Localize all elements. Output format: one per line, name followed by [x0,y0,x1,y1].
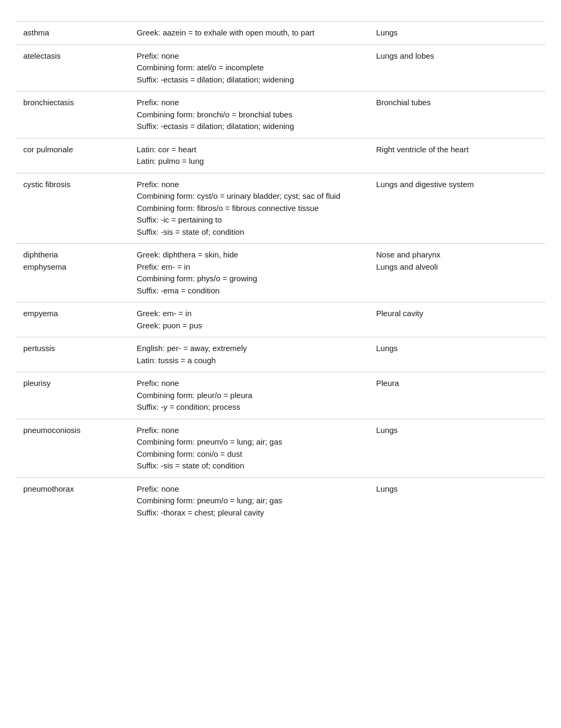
etymology-cell: Prefix: none Combining form: bronchi/o =… [129,91,369,139]
term-cell: cystic fibrosis [16,173,129,244]
term-cell: bronchiectasis [16,91,129,139]
location-cell: Pleural cavity [369,302,545,337]
etymology-cell: English: per- = away, extremely Latin: t… [129,337,369,372]
term-cell: pneumoconiosis [16,419,129,477]
location-cell: Lungs and digestive system [369,173,545,244]
table-row: cystic fibrosisPrefix: none Combining fo… [16,173,545,244]
etymology-cell: Latin: cor = heart Latin: pulmo = lung [129,138,369,173]
location-cell: Lungs [369,22,545,45]
location-cell: Lungs [369,337,545,372]
medical-terms-table: asthmaGreek: aazein = to exhale with ope… [16,21,545,524]
term-cell: atelectasis [16,44,129,91]
location-cell: Right ventricle of the heart [369,138,545,173]
term-cell: empyema [16,302,129,337]
location-cell: Pleura [369,372,545,419]
term-cell: pertussis [16,337,129,372]
table-row: pleurisyPrefix: none Combining form: ple… [16,372,545,419]
location-cell: Lungs [369,477,545,524]
etymology-cell: Greek: aazein = to exhale with open mout… [129,22,369,45]
etymology-cell: Prefix: none Combining form: pleur/o = p… [129,372,369,419]
table-row: diphtheria emphysemaGreek: diphthera = s… [16,244,545,302]
table-row: pneumothoraxPrefix: none Combining form:… [16,477,545,524]
term-cell: asthma [16,22,129,45]
etymology-cell: Greek: diphthera = skin, hide Prefix: em… [129,244,369,302]
table-row: pertussisEnglish: per- = away, extremely… [16,337,545,372]
etymology-cell: Prefix: none Combining form: pneum/o = l… [129,419,369,477]
etymology-cell: Greek: em- = in Greek: puon = pus [129,302,369,337]
location-cell: Nose and pharynx Lungs and alveoli [369,244,545,302]
term-cell: pleurisy [16,372,129,419]
location-cell: Lungs and lobes [369,44,545,91]
term-cell: pneumothorax [16,477,129,524]
etymology-cell: Prefix: none Combining form: pneum/o = l… [129,477,369,524]
location-cell: Bronchial tubes [369,91,545,139]
table-row: cor pulmonaleLatin: cor = heart Latin: p… [16,138,545,173]
etymology-cell: Prefix: none Combining form: cyst/o = ur… [129,173,369,244]
table-row: empyemaGreek: em- = in Greek: puon = pus… [16,302,545,337]
table-row: asthmaGreek: aazein = to exhale with ope… [16,22,545,45]
table-row: bronchiectasisPrefix: none Combining for… [16,91,545,139]
term-cell: diphtheria emphysema [16,244,129,302]
term-cell: cor pulmonale [16,138,129,173]
table-row: atelectasisPrefix: none Combining form: … [16,44,545,91]
table-row: pneumoconiosisPrefix: none Combining for… [16,419,545,477]
etymology-cell: Prefix: none Combining form: atel/o = in… [129,44,369,91]
location-cell: Lungs [369,419,545,477]
